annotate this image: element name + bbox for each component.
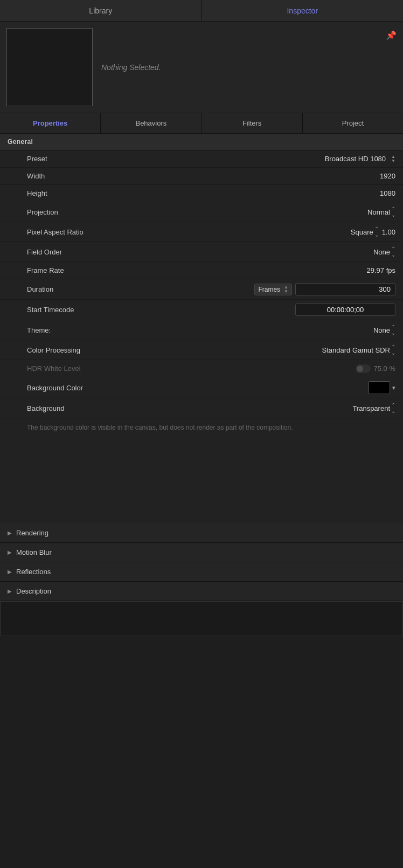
value-pixel-aspect-ratio[interactable]: Square ⌃⌄ 1.00 [124,226,395,238]
value-start-timecode[interactable] [124,304,395,316]
row-height: Height 1080 [0,185,403,202]
field-order-select[interactable]: None ⌃⌄ [373,246,395,258]
value-color-processing[interactable]: Standard Gamut SDR ⌃⌄ [124,344,395,356]
section-description[interactable]: ▶ Description [0,582,403,601]
value-hdr-white-level: 75.0 % [124,364,395,373]
preset-stepper[interactable]: ▲▼ [391,155,395,163]
label-pixel-aspect-ratio: Pixel Aspect Ratio [27,228,124,236]
sub-tabs: Properties Behaviors Filters Project [0,113,403,134]
row-field-order: Field Order None ⌃⌄ [0,242,403,262]
value-projection[interactable]: Normal ⌃⌄ [124,206,395,218]
theme-arrow-icon: ⌃⌄ [391,324,395,336]
duration-frames-selector[interactable]: Frames ▲▼ [254,284,292,295]
par-arrow-icon: ⌃⌄ [374,226,379,238]
row-duration: Duration Frames ▲▼ [0,279,403,300]
reflections-label: Reflections [16,568,51,576]
label-duration: Duration [27,285,124,293]
hdr-toggle [356,364,371,373]
background-arrow-icon: ⌃⌄ [391,402,395,414]
tab-filters[interactable]: Filters [202,113,303,133]
pin-icon[interactable]: 📌 [386,30,397,40]
section-reflections[interactable]: ▶ Reflections [0,562,403,582]
nothing-selected-label: Nothing Selected. [101,63,386,72]
tab-properties[interactable]: Properties [0,113,101,133]
tab-project[interactable]: Project [303,113,403,133]
rendering-chevron-icon: ▶ [8,530,12,536]
description-label: Description [16,587,51,595]
motion-blur-chevron-icon: ▶ [8,549,12,555]
background-select[interactable]: Transparent ⌃⌄ [352,402,395,414]
color-swatch-container[interactable]: ▾ [369,381,395,394]
rendering-label: Rendering [16,529,48,537]
label-projection: Projection [27,208,124,216]
par-numeric-value: 1.00 [382,228,395,236]
duration-input[interactable] [295,283,395,295]
value-preset[interactable]: Broadcast HD 1080 ▲▼ [124,155,395,163]
hdr-percent-value: 75.0 % [374,364,395,373]
row-color-processing: Color Processing Standard Gamut SDR ⌃⌄ [0,340,403,360]
reflections-chevron-icon: ▶ [8,569,12,575]
motion-blur-label: Motion Blur [16,548,52,556]
top-tabs: Library Inspector [0,0,403,22]
frames-label: Frames [258,286,280,293]
preview-thumbnail [6,28,93,106]
section-general-header[interactable]: General [0,134,403,150]
label-background-color: Background Color [27,384,124,392]
preview-area: Nothing Selected. 📌 [0,22,403,113]
description-textarea[interactable] [1,602,402,634]
background-color-swatch[interactable] [369,381,390,394]
field-order-text: None [373,248,390,256]
projection-value-text: Normal [367,208,390,216]
color-dropdown-arrow-icon[interactable]: ▾ [392,384,395,391]
row-pixel-aspect-ratio: Pixel Aspect Ratio Square ⌃⌄ 1.00 [0,222,403,242]
label-hdr-white-level: HDR White Level [27,364,124,373]
theme-value-text: None [373,326,390,334]
tab-library[interactable]: Library [0,0,202,21]
row-start-timecode: Start Timecode [0,300,403,320]
background-value-text: Transparent [352,404,390,412]
preset-value-text: Broadcast HD 1080 [325,155,386,163]
label-height: Height [27,189,124,197]
field-order-arrow-icon: ⌃⌄ [391,246,395,258]
label-start-timecode: Start Timecode [27,306,124,314]
row-background-color: Background Color ▾ [0,377,403,398]
label-preset: Preset [27,155,124,163]
start-timecode-input[interactable] [295,304,395,316]
theme-select[interactable]: None ⌃⌄ [373,324,395,336]
label-width: Width [27,172,124,180]
value-frame-rate: 29.97 fps [124,266,395,274]
projection-arrow-icon: ⌃⌄ [391,206,395,218]
label-frame-rate: Frame Rate [27,266,124,274]
projection-select[interactable]: Normal ⌃⌄ [367,206,395,218]
row-hdr-white-level: HDR White Level 75.0 % [0,360,403,377]
color-processing-text: Standard Gamut SDR [322,346,390,354]
value-background-color[interactable]: ▾ [124,381,395,394]
row-frame-rate: Frame Rate 29.97 fps [0,262,403,279]
value-background[interactable]: Transparent ⌃⌄ [124,402,395,414]
description-textarea-area [0,601,403,636]
tab-behaviors[interactable]: Behaviors [101,113,202,133]
row-theme: Theme: None ⌃⌄ [0,320,403,340]
value-field-order[interactable]: None ⌃⌄ [124,246,395,258]
description-chevron-icon: ▶ [8,588,12,594]
section-rendering[interactable]: ▶ Rendering [0,523,403,543]
label-theme: Theme: [27,326,124,334]
label-color-processing: Color Processing [27,346,124,354]
tab-inspector[interactable]: Inspector [202,0,404,21]
value-theme[interactable]: None ⌃⌄ [124,324,395,336]
value-duration[interactable]: Frames ▲▼ [124,283,395,295]
row-preset: Preset Broadcast HD 1080 ▲▼ [0,150,403,168]
color-processing-select[interactable]: Standard Gamut SDR ⌃⌄ [322,344,395,356]
section-motion-blur[interactable]: ▶ Motion Blur [0,543,403,562]
row-projection: Projection Normal ⌃⌄ [0,202,403,222]
label-background: Background [27,404,124,412]
par-select[interactable]: Square ⌃⌄ [351,226,379,238]
spacer [0,437,403,523]
value-width: 1920 [124,172,395,180]
frames-stepper-icon[interactable]: ▲▼ [284,285,288,294]
row-width: Width 1920 [0,168,403,185]
row-background: Background Transparent ⌃⌄ [0,398,403,418]
label-field-order: Field Order [27,248,124,256]
color-processing-arrow-icon: ⌃⌄ [391,344,395,356]
par-select-text: Square [351,228,373,236]
